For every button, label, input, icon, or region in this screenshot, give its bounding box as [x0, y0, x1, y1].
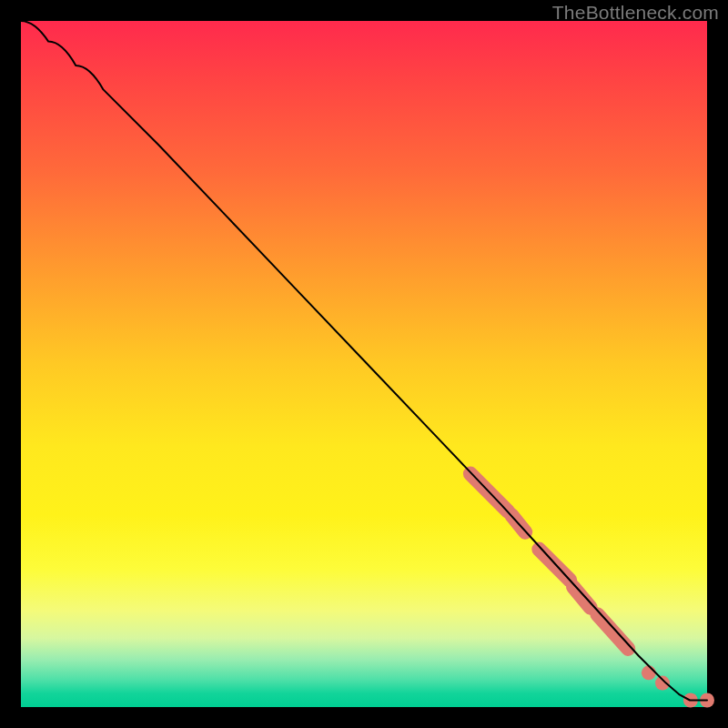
marker-segment — [597, 614, 628, 649]
marker-segment — [573, 587, 591, 608]
chart-stage: TheBottleneck.com — [0, 0, 728, 728]
marker-point — [655, 676, 670, 691]
marker-cluster-group — [470, 474, 714, 708]
chart-overlay — [21, 21, 707, 707]
marker-point — [642, 665, 656, 680]
bottleneck-curve — [21, 21, 707, 701]
